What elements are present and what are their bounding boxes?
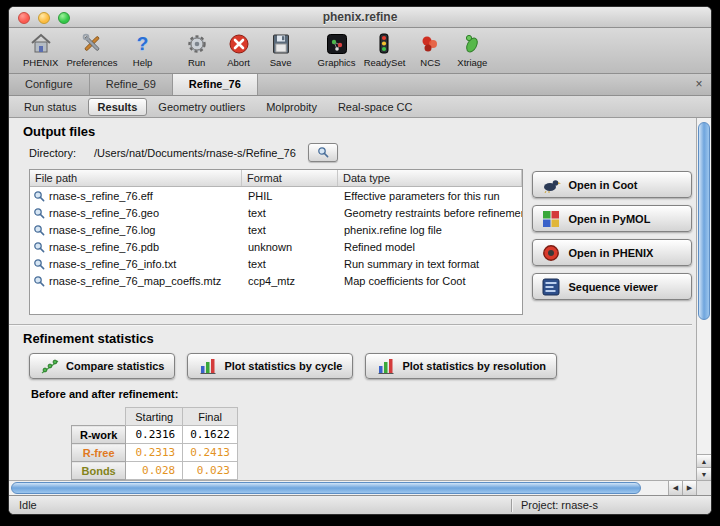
row-label: R-free xyxy=(72,444,126,462)
directory-label: Directory: xyxy=(29,147,76,159)
file-path: rnase-s_refine_76.eff xyxy=(49,190,153,202)
file-format: text xyxy=(242,224,338,236)
stats-row-r-work: R-work 0.2316 0.1622 xyxy=(72,426,238,444)
open-in-coot-button[interactable]: Open in Coot xyxy=(532,171,692,198)
magnifier-icon xyxy=(33,241,45,253)
ncs-icon xyxy=(418,30,442,57)
preferences-tools-icon xyxy=(80,30,104,57)
file-path: rnase-s_refine_76_map_coeffs.mtz xyxy=(49,275,221,287)
toolbar-button-phenix[interactable]: PHENIX xyxy=(19,30,62,68)
button-label: Open in PyMOL xyxy=(568,213,650,225)
file-path: rnase-s_refine_76_info.txt xyxy=(49,258,176,270)
file-path: rnase-s_refine_76.geo xyxy=(49,207,159,219)
toolbar-button-ncs[interactable]: NCS xyxy=(409,30,451,68)
statistics-buttons-row: Compare statistics Plot statistics by cy… xyxy=(29,353,692,379)
tab-refine-76[interactable]: Refine_76 xyxy=(173,74,258,95)
file-format: unknown xyxy=(242,241,338,253)
toolbar-label: Help xyxy=(133,57,153,68)
file-path: rnase-s_refine_76.pdb xyxy=(49,241,159,253)
open-in-pymol-button[interactable]: Open in PyMOL xyxy=(532,205,692,232)
toolbar-button-run[interactable]: Run xyxy=(176,30,218,68)
magnifier-icon xyxy=(33,258,45,270)
file-row[interactable]: rnase-s_refine_76_info.txt text Run summ… xyxy=(30,255,522,272)
tab-real-space-cc[interactable]: Real-space CC xyxy=(328,98,423,116)
column-header-starting: Starting xyxy=(126,408,183,426)
starting-value: 0.028 xyxy=(126,462,183,480)
vertical-scrollbar[interactable]: ▲ ▼ xyxy=(696,118,711,480)
column-header-data-type[interactable]: Data type xyxy=(338,170,522,186)
close-window-button[interactable] xyxy=(18,12,30,24)
titlebar: phenix.refine xyxy=(9,7,711,28)
document-tabs: Configure Refine_69 Refine_76 × xyxy=(9,74,711,96)
magnifier-icon xyxy=(33,207,45,219)
file-row[interactable]: rnase-s_refine_76.log text phenix.refine… xyxy=(30,221,522,238)
scatter-plot-icon xyxy=(40,357,60,375)
horizontal-scroll-thumb[interactable] xyxy=(11,482,641,494)
close-tab-icon[interactable]: × xyxy=(687,74,711,95)
before-after-label: Before and after refinement: xyxy=(31,388,692,400)
stats-row-r-free: R-free 0.2313 0.2413 xyxy=(72,444,238,462)
xtriage-icon xyxy=(460,30,484,57)
magnifier-icon xyxy=(33,275,45,287)
toolbar-button-xtriage[interactable]: Xtriage xyxy=(451,30,493,68)
output-files-heading: Output files xyxy=(23,124,692,139)
minimize-window-button[interactable] xyxy=(38,12,50,24)
toolbar-button-graphics[interactable]: Graphics xyxy=(314,30,360,68)
file-format: text xyxy=(242,207,338,219)
button-label: Open in PHENIX xyxy=(568,247,653,259)
button-label: Compare statistics xyxy=(66,360,164,372)
sequence-viewer-button[interactable]: Sequence viewer xyxy=(532,273,692,300)
before-after-table: Starting Final R-work 0.2316 0.1622 R-fr… xyxy=(71,407,238,480)
column-header-file-path[interactable]: File path xyxy=(30,170,242,186)
file-datatype: phenix.refine log file xyxy=(338,224,522,236)
toolbar-button-preferences[interactable]: Preferences xyxy=(62,30,121,68)
magnifier-icon xyxy=(317,146,329,160)
toolbar-label: Xtriage xyxy=(457,57,487,68)
plot-statistics-by-cycle-button[interactable]: Plot statistics by cycle xyxy=(187,353,353,379)
toolbar-label: Graphics xyxy=(318,57,356,68)
toolbar-button-readyset[interactable]: ReadySet xyxy=(360,30,410,68)
tab-results[interactable]: Results xyxy=(88,98,148,116)
button-label: Plot statistics by cycle xyxy=(224,360,342,372)
directory-value: /Users/nat/Documents/rnase-s/Refine_76 xyxy=(94,147,296,159)
starting-value: 0.2316 xyxy=(126,426,183,444)
file-path: rnase-s_refine_76.log xyxy=(49,224,155,236)
zoom-window-button[interactable] xyxy=(58,12,70,24)
file-datatype: Run summary in text format xyxy=(338,258,522,270)
file-row[interactable]: rnase-s_refine_76.geo text Geometry rest… xyxy=(30,204,522,221)
toolbar-button-help[interactable]: ? Help xyxy=(122,30,164,68)
tab-molprobity[interactable]: Molprobity xyxy=(256,98,327,116)
scroll-up-icon[interactable]: ▲ xyxy=(697,454,711,467)
file-row[interactable]: rnase-s_refine_76.pdb unknown Refined mo… xyxy=(30,238,522,255)
starting-value: 0.2313 xyxy=(126,444,183,462)
button-label: Sequence viewer xyxy=(568,281,657,293)
scrollbar-corner xyxy=(696,480,711,495)
toolbar-button-save[interactable]: Save xyxy=(260,30,302,68)
toolbar-button-abort[interactable]: Abort xyxy=(218,30,260,68)
plot-statistics-by-resolution-button[interactable]: Plot statistics by resolution xyxy=(365,353,557,379)
final-value: 0.2413 xyxy=(183,444,238,462)
tab-geometry-outliers[interactable]: Geometry outliers xyxy=(148,98,255,116)
scroll-left-icon[interactable]: ◀ xyxy=(668,481,682,495)
button-label: Plot statistics by resolution xyxy=(402,360,546,372)
scroll-right-icon[interactable]: ▶ xyxy=(682,481,696,495)
app-window: phenix.refine PHENIX Preferences ? Help xyxy=(8,6,712,515)
project-label: Project: rnase-s xyxy=(521,499,598,511)
file-row[interactable]: rnase-s_refine_76_map_coeffs.mtz ccp4_mt… xyxy=(30,272,522,289)
tab-run-status[interactable]: Run status xyxy=(14,98,87,116)
browse-directory-button[interactable] xyxy=(308,143,338,162)
file-row[interactable]: rnase-s_refine_76.eff PHIL Effective par… xyxy=(30,187,522,204)
coot-bird-icon xyxy=(541,177,561,193)
compare-statistics-button[interactable]: Compare statistics xyxy=(29,353,175,379)
sequence-viewer-icon xyxy=(541,278,561,296)
tab-refine-69[interactable]: Refine_69 xyxy=(90,74,173,95)
toolbar-label: ReadySet xyxy=(364,57,406,68)
open-in-phenix-button[interactable]: Open in PHENIX xyxy=(532,239,692,266)
column-header-format[interactable]: Format xyxy=(242,170,338,186)
vertical-scroll-thumb[interactable] xyxy=(698,122,710,320)
horizontal-scrollbar[interactable]: ◀ ▶ xyxy=(9,480,696,495)
tab-configure[interactable]: Configure xyxy=(9,74,90,95)
status-text: Idle xyxy=(19,499,37,511)
vertical-scroll-arrows: ▲ ▼ xyxy=(697,454,711,480)
scroll-down-icon[interactable]: ▼ xyxy=(697,467,711,480)
